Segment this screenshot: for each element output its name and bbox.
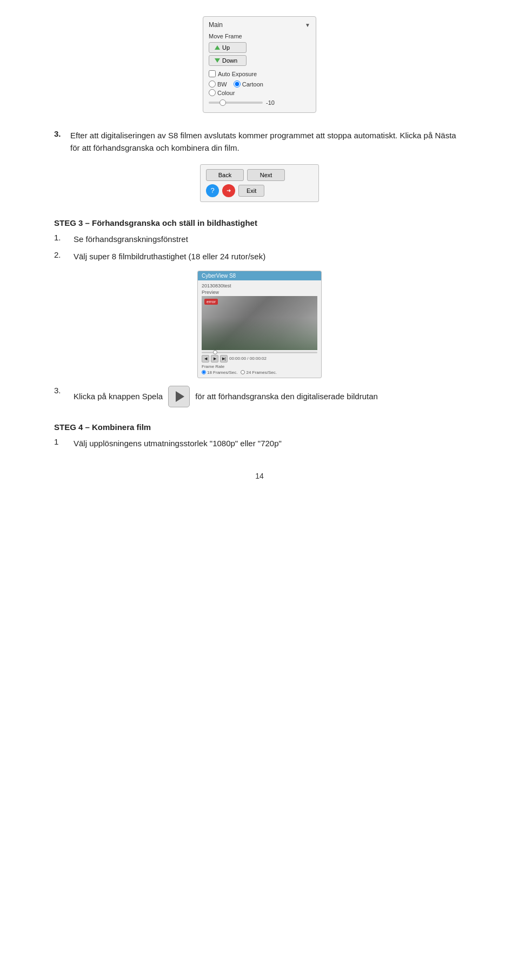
panel-header: Main ▼ <box>209 21 310 29</box>
down-btn-row: Down <box>209 55 310 66</box>
step3-play-after: för att förhandsgranska den digitalisera… <box>195 390 378 403</box>
cartoon-radio[interactable] <box>234 80 241 88</box>
back-button[interactable]: Back <box>206 169 244 181</box>
next-frame-btn[interactable]: ▶| <box>220 355 228 363</box>
slider-track <box>209 102 263 104</box>
slider-row: -10 <box>209 99 310 106</box>
framerate-24-option[interactable]: 24 Frames/Sec. <box>241 370 276 375</box>
step3-play-before: Klicka på knappen Spela <box>74 390 163 403</box>
up-label: Up <box>222 44 230 51</box>
arrow-up-icon <box>215 45 220 50</box>
step3-intro-text: Efter att digitaliseringen av S8 filmen … <box>70 129 465 155</box>
exit-button[interactable]: Exit <box>238 185 264 197</box>
bw-radio-item: BW <box>209 80 227 88</box>
down-label: Down <box>222 57 237 64</box>
play-triangle-icon <box>176 391 184 402</box>
step3-intro-num: 3. <box>54 129 65 155</box>
preview-framerate-row: 18 Frames/Sec. 24 Frames/Sec. <box>202 370 317 375</box>
section3-step2: 2. Välj super 8 filmbildruthastighet (18… <box>54 250 465 263</box>
section3-step2-text: Välj super 8 filmbildruthastighet (18 el… <box>74 250 465 263</box>
nav-icon-row: ? ➜ Exit <box>206 184 313 197</box>
section3-step1: 1. Se förhandsgranskningsfönstret <box>54 233 465 246</box>
play-button-icon[interactable] <box>168 386 190 407</box>
colour-label: Colour <box>217 90 235 96</box>
next-button[interactable]: Next <box>247 169 285 181</box>
framerate-18-radio[interactable] <box>202 370 206 374</box>
preview-widget: CyberView S8 20130830test Preview error … <box>197 271 322 378</box>
auto-exposure-checkbox[interactable] <box>209 70 216 77</box>
step3-play-num: 3. <box>54 386 67 412</box>
preview-sub-label: Preview <box>202 290 317 295</box>
preview-image-overlay: error <box>204 299 218 305</box>
nav-btn-row: Back Next <box>206 169 313 181</box>
play-btn[interactable]: ▶ <box>211 355 218 363</box>
preview-slider-knob[interactable] <box>213 350 217 354</box>
step3-play-text: Klicka på knappen Spela för att förhands… <box>74 386 465 407</box>
framerate-24-label: 24 Frames/Sec. <box>246 370 276 375</box>
preview-timecode: 00:00:00 / 00:00:02 <box>229 356 267 361</box>
preview-slider-track[interactable] <box>202 352 317 353</box>
framerate-label: Frame Rate <box>202 364 317 369</box>
colour-radio[interactable] <box>209 89 216 96</box>
cartoon-label: Cartoon <box>242 81 263 88</box>
prev-frame-btn[interactable]: ◀ <box>202 355 209 363</box>
dropdown-arrow-icon[interactable]: ▼ <box>305 22 310 28</box>
framerate-24-radio[interactable] <box>241 370 245 374</box>
auto-exposure-label: Auto Exposure <box>218 71 257 77</box>
radio-row-2: Colour <box>209 89 310 96</box>
preview-controls-row: ◀ ▶ ▶| 00:00:00 / 00:00:02 <box>202 355 317 363</box>
section3-step2-num: 2. <box>54 250 67 263</box>
auto-exposure-row: Auto Exposure <box>209 70 310 77</box>
section4-step1: 1 Välj upplösningens utmatningsstorlek "… <box>54 437 465 450</box>
slider-value: -10 <box>266 99 275 106</box>
framerate-18-option[interactable]: 18 Frames/Sec. <box>202 370 237 375</box>
framerate-18-label: 18 Frames/Sec. <box>207 370 237 375</box>
section4-heading: STEG 4 – Kombinera film <box>54 422 465 432</box>
bw-label: BW <box>217 81 227 88</box>
arrow-icon[interactable]: ➜ <box>222 184 235 197</box>
page-container: Main ▼ Move Frame Up Down Auto Exposure <box>54 0 465 513</box>
move-frame-buttons: Up <box>209 42 310 53</box>
color-mode-radio-group: BW Cartoon Colour <box>209 80 310 96</box>
up-button[interactable]: Up <box>209 42 247 53</box>
arrow-down-icon <box>215 58 220 63</box>
down-button[interactable]: Down <box>209 55 247 66</box>
section4-step1-text: Välj upplösningens utmatningsstorlek "10… <box>74 437 465 450</box>
preview-image-area: error <box>202 296 317 350</box>
step3-intro-item: 3. Efter att digitaliseringen av S8 film… <box>54 129 465 155</box>
section4-step1-num: 1 <box>54 437 67 450</box>
bw-radio[interactable] <box>209 80 216 88</box>
preview-image-tree <box>202 318 317 350</box>
preview-titlebar: CyberView S8 <box>198 271 321 280</box>
section3-step1-num: 1. <box>54 233 67 246</box>
step3-play-item: 3. Klicka på knappen Spela för att förha… <box>54 386 465 412</box>
preview-app-title: CyberView S8 <box>202 273 236 279</box>
colour-radio-item: Colour <box>209 89 235 96</box>
page-footer: 14 <box>54 472 465 480</box>
preview-slider-row <box>202 352 317 353</box>
section3-step1-text: Se förhandsgranskningsfönstret <box>74 233 465 246</box>
section3-heading: STEG 3 – Förhandsgranska och ställ in bi… <box>54 218 465 227</box>
preview-date-label: 20130830test <box>202 283 317 288</box>
move-frame-label: Move Frame <box>209 33 310 39</box>
panel-title: Main <box>209 21 223 29</box>
nav-panel: Back Next ? ➜ Exit <box>200 164 319 202</box>
page-number: 14 <box>255 472 264 480</box>
radio-row-1: BW Cartoon <box>209 80 310 88</box>
step3-intro-block: 3. Efter att digitaliseringen av S8 film… <box>54 129 465 155</box>
info-icon[interactable]: ? <box>206 184 219 197</box>
step3-play-content: Klicka på knappen Spela för att förhands… <box>74 386 465 412</box>
cartoon-radio-item: Cartoon <box>234 80 263 88</box>
preview-content: 20130830test Preview error ◀ ▶ ▶| 00:00:… <box>198 280 321 378</box>
move-frame-panel: Main ▼ Move Frame Up Down Auto Exposure <box>203 16 316 113</box>
slider-thumb[interactable] <box>219 99 226 106</box>
